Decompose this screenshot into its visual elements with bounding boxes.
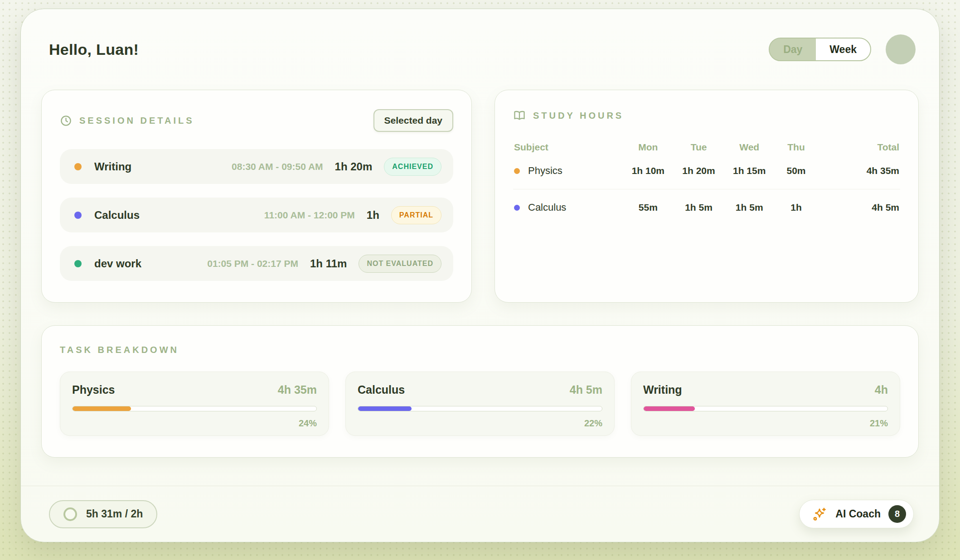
session-color-dot xyxy=(74,163,82,170)
table-row: Calculus 55m 1h 5m 1h 5m 1h 4h 5m xyxy=(513,189,900,226)
progress-summary-text: 5h 31m / 2h xyxy=(86,508,143,520)
table-cell: 1h 20m xyxy=(674,165,724,176)
study-hours-card: STUDY HOURS Subject Mon Tue Wed Thu Tota… xyxy=(495,90,919,303)
footer-bar: 5h 31m / 2h AI Coach 8 xyxy=(21,486,939,542)
task-breakdown-title: TASK BREAKDOWN xyxy=(60,345,900,355)
ai-coach-button[interactable]: AI Coach 8 xyxy=(799,500,914,528)
table-cell: 1h 10m xyxy=(623,165,674,176)
task-card: Writing 4h 21% xyxy=(631,372,900,436)
task-card-header: Calculus 4h 5m xyxy=(358,383,602,396)
session-color-dot xyxy=(74,212,82,219)
task-card: Calculus 4h 5m 22% xyxy=(345,372,615,436)
cards-row: SESSION DETAILS Selected day Writing 08:… xyxy=(41,90,919,303)
table-cell: 1h 5m xyxy=(724,202,775,213)
session-duration: 1h 20m xyxy=(335,160,373,173)
task-card-header: Physics 4h 35m xyxy=(72,383,317,396)
column-header: Tue xyxy=(674,142,724,153)
subject-color-dot xyxy=(514,205,520,211)
table-cell-total: 4h 5m xyxy=(818,202,899,213)
task-name: Calculus xyxy=(358,383,405,396)
table-cell: 1h 5m xyxy=(674,202,724,213)
status-badge: NOT EVALUATED xyxy=(359,255,441,273)
daily-progress-pill[interactable]: 5h 31m / 2h xyxy=(49,500,157,528)
column-header: Mon xyxy=(623,142,674,153)
selected-day-button[interactable]: Selected day xyxy=(373,109,453,132)
session-name: Writing xyxy=(94,160,232,173)
main-content: SESSION DETAILS Selected day Writing 08:… xyxy=(21,90,939,486)
task-card-header: Writing 4h xyxy=(643,383,888,396)
progress-fill xyxy=(644,406,695,411)
task-name: Physics xyxy=(72,383,115,396)
task-percent: 21% xyxy=(643,418,888,429)
status-badge: ACHIEVED xyxy=(384,158,441,176)
session-name: Calculus xyxy=(94,209,264,222)
task-breakdown-card: TASK BREAKDOWN Physics 4h 35m 24% Calcul… xyxy=(41,325,919,458)
sparkle-icon xyxy=(811,506,828,522)
table-row: Physics 1h 10m 1h 20m 1h 15m 50m 4h 35m xyxy=(513,153,900,189)
study-hours-title: STUDY HOURS xyxy=(533,111,624,121)
subject-name: Physics xyxy=(528,165,562,177)
session-time-range: 11:00 AM - 12:00 PM xyxy=(264,210,355,221)
task-grid: Physics 4h 35m 24% Calculus 4h 5m xyxy=(60,372,900,436)
session-details-card: SESSION DETAILS Selected day Writing 08:… xyxy=(41,90,472,303)
avatar[interactable] xyxy=(886,34,916,64)
clock-icon xyxy=(60,115,72,127)
table-cell: 1h xyxy=(775,202,818,213)
session-details-header: SESSION DETAILS Selected day xyxy=(60,109,453,132)
top-bar-right: Day Week xyxy=(769,34,916,64)
table-cell: 1h 15m xyxy=(724,165,775,176)
task-percent: 24% xyxy=(72,418,317,429)
task-name: Writing xyxy=(643,383,682,396)
column-header: Thu xyxy=(775,142,818,153)
session-details-title: SESSION DETAILS xyxy=(79,116,194,126)
study-hours-header: STUDY HOURS xyxy=(513,109,900,122)
toggle-week-button[interactable]: Week xyxy=(816,39,870,60)
table-header-row: Subject Mon Tue Wed Thu Total xyxy=(513,142,900,153)
task-total-time: 4h 5m xyxy=(570,383,602,396)
session-time-range: 01:05 PM - 02:17 PM xyxy=(207,258,298,269)
progress-ring-icon xyxy=(63,507,77,521)
task-card: Physics 4h 35m 24% xyxy=(60,372,329,436)
session-color-dot xyxy=(74,260,82,267)
session-row[interactable]: Writing 08:30 AM - 09:50 AM 1h 20m ACHIE… xyxy=(60,149,453,184)
task-total-time: 4h 35m xyxy=(278,383,317,396)
status-badge: PARTIAL xyxy=(391,206,441,224)
progress-fill xyxy=(358,406,412,411)
table-cell: 50m xyxy=(775,165,818,176)
subject-name: Calculus xyxy=(528,202,566,213)
view-toggle: Day Week xyxy=(769,38,871,61)
session-duration: 1h 11m xyxy=(310,257,347,270)
task-total-time: 4h xyxy=(875,383,888,396)
table-cell-total: 4h 35m xyxy=(818,165,899,176)
session-row[interactable]: Calculus 11:00 AM - 12:00 PM 1h PARTIAL xyxy=(60,198,453,232)
column-header: Subject xyxy=(514,142,623,153)
progress-track xyxy=(643,406,888,411)
dashboard-window: Hello, Luan! Day Week SESSION DETAILS Se… xyxy=(20,9,940,542)
task-percent: 22% xyxy=(358,418,602,429)
toggle-day-button[interactable]: Day xyxy=(770,39,816,60)
session-time-range: 08:30 AM - 09:50 AM xyxy=(232,161,323,172)
subject-cell: Physics xyxy=(514,165,623,177)
progress-track xyxy=(72,406,317,411)
column-header: Wed xyxy=(724,142,775,153)
table-cell: 55m xyxy=(623,202,674,213)
session-name: dev work xyxy=(94,257,207,270)
column-header: Total xyxy=(818,142,899,153)
ai-coach-count-badge: 8 xyxy=(888,505,906,523)
session-row[interactable]: dev work 01:05 PM - 02:17 PM 1h 11m NOT … xyxy=(60,246,453,281)
ai-coach-label: AI Coach xyxy=(835,508,881,520)
progress-track xyxy=(358,406,602,411)
subject-cell: Calculus xyxy=(514,202,623,213)
subject-color-dot xyxy=(514,168,520,174)
session-details-title-wrap: SESSION DETAILS xyxy=(60,115,194,127)
top-bar: Hello, Luan! Day Week xyxy=(21,9,939,90)
session-list: Writing 08:30 AM - 09:50 AM 1h 20m ACHIE… xyxy=(60,149,453,281)
study-hours-title-wrap: STUDY HOURS xyxy=(513,109,624,122)
study-hours-table: Subject Mon Tue Wed Thu Total Physics 1h… xyxy=(513,142,900,226)
progress-fill xyxy=(73,406,131,411)
session-duration: 1h xyxy=(367,209,379,222)
page-title: Hello, Luan! xyxy=(49,41,139,58)
book-icon xyxy=(513,109,526,122)
